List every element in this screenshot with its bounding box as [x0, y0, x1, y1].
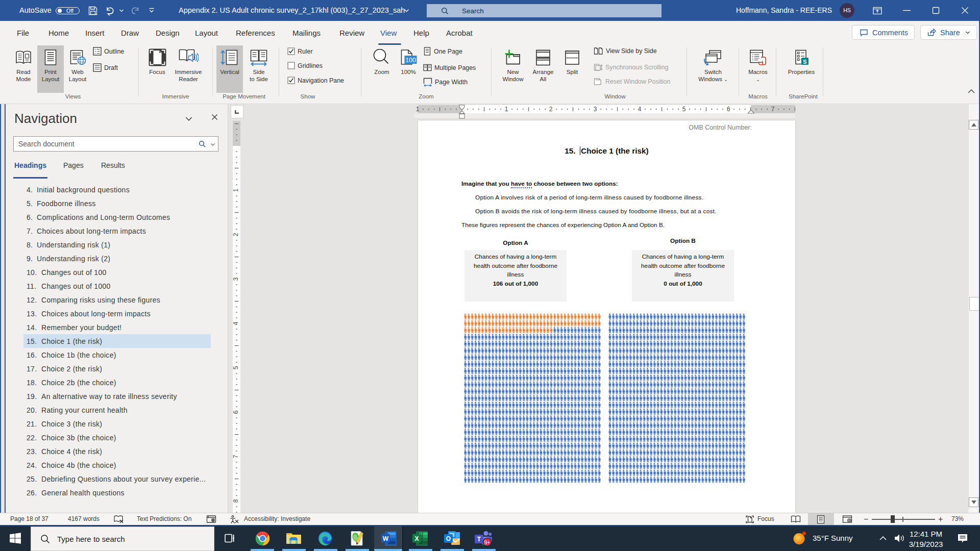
svg-text:W: W: [383, 535, 389, 542]
svg-text:S: S: [803, 59, 806, 65]
svg-text:5: 5: [682, 106, 686, 113]
svg-text:X: X: [414, 535, 419, 542]
svg-text:7: 7: [233, 455, 239, 458]
svg-text:7: 7: [771, 106, 775, 113]
svg-text:8: 8: [233, 499, 239, 503]
svg-text:9+: 9+: [484, 539, 491, 545]
svg-text:5: 5: [233, 366, 239, 369]
svg-text:1: 1: [416, 106, 420, 113]
svg-text:6: 6: [233, 410, 239, 414]
svg-text:3: 3: [594, 106, 597, 113]
svg-text:3: 3: [233, 277, 239, 281]
svg-text:T: T: [477, 536, 481, 543]
svg-text:1: 1: [233, 188, 239, 192]
svg-text:100: 100: [405, 57, 416, 64]
svg-text:O: O: [446, 535, 450, 542]
svg-text:6: 6: [727, 106, 730, 113]
svg-text:4: 4: [638, 106, 642, 113]
svg-text:1: 1: [505, 106, 508, 113]
svg-text:4: 4: [233, 321, 239, 325]
svg-text:2: 2: [549, 106, 553, 113]
svg-text:2: 2: [233, 233, 239, 236]
